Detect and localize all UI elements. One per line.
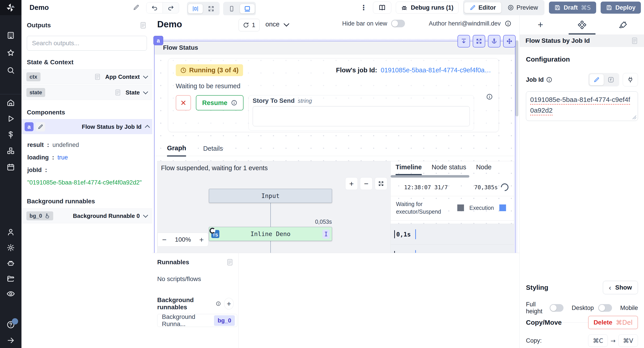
static-input-mode-icon[interactable] bbox=[590, 74, 604, 85]
zoom-in-icon[interactable]: + bbox=[199, 235, 204, 244]
audit-logs-icon[interactable] bbox=[0, 289, 22, 299]
canvas-app-title: Demo bbox=[157, 19, 182, 29]
mobile-view-button[interactable] bbox=[224, 4, 239, 14]
zoom-in-icon[interactable]: + bbox=[345, 177, 358, 190]
tab-graph[interactable]: Graph bbox=[167, 144, 186, 156]
timeline-row: 0,1s bbox=[391, 224, 514, 245]
favorites-icon[interactable] bbox=[0, 48, 22, 58]
centered-layout-button[interactable] bbox=[188, 4, 203, 14]
tab-preview[interactable]: Preview bbox=[502, 2, 544, 13]
connect-input-icon[interactable] bbox=[623, 73, 638, 86]
home-icon[interactable] bbox=[0, 98, 22, 107]
desktop-view-button[interactable] bbox=[240, 4, 255, 14]
collapse-rail-icon[interactable] bbox=[0, 335, 22, 345]
tab-node-status[interactable]: Node status bbox=[432, 163, 466, 175]
tab-timeline[interactable]: Timeline bbox=[396, 163, 422, 175]
preview-label: Preview bbox=[516, 4, 538, 11]
copy-label: Copy: bbox=[526, 337, 542, 344]
tab-insert-component[interactable]: + bbox=[520, 15, 561, 35]
timeline-tick bbox=[394, 230, 395, 238]
resources-icon[interactable] bbox=[0, 146, 22, 156]
anchor-icon[interactable] bbox=[488, 35, 500, 48]
state-row[interactable]: state State bbox=[22, 85, 152, 100]
users-icon[interactable] bbox=[0, 227, 22, 237]
selected-component-title: Flow Status by Job Id bbox=[526, 37, 590, 44]
redo-button[interactable] bbox=[163, 3, 179, 13]
canvas-scrollbar[interactable] bbox=[516, 40, 518, 116]
debug-runs-button[interactable]: Debug runs (1) bbox=[396, 2, 459, 14]
panel-doc-icon[interactable] bbox=[226, 258, 234, 266]
story-textarea[interactable] bbox=[253, 106, 470, 126]
info-icon[interactable] bbox=[486, 93, 493, 100]
search-icon[interactable] bbox=[0, 65, 22, 75]
workers-icon[interactable] bbox=[0, 258, 22, 268]
resume-button[interactable]: Resume bbox=[196, 95, 244, 110]
eval-input-mode-icon[interactable] bbox=[604, 74, 618, 85]
zoom-out-icon[interactable]: − bbox=[162, 235, 166, 244]
cancel-button[interactable] bbox=[176, 95, 191, 110]
draft-button[interactable]: Draft ⌘S bbox=[549, 2, 596, 14]
background-runnables-heading: Background runnables bbox=[27, 198, 147, 205]
help-icon[interactable] bbox=[0, 320, 22, 330]
ctx-row[interactable]: ctx App Context bbox=[22, 69, 152, 84]
info-icon[interactable] bbox=[505, 20, 512, 27]
tab-node-definition[interactable]: Node bbox=[476, 163, 492, 175]
hide-bar-toggle[interactable] bbox=[391, 20, 405, 27]
windmill-logo[interactable] bbox=[0, 0, 22, 15]
schedules-icon[interactable] bbox=[0, 162, 22, 172]
docs-button[interactable] bbox=[373, 2, 391, 14]
refresh-count-button[interactable]: 1 bbox=[238, 19, 260, 31]
search-outputs-input[interactable] bbox=[32, 39, 142, 47]
tab-component-settings[interactable] bbox=[561, 15, 603, 35]
desktop-toggle[interactable] bbox=[598, 304, 612, 312]
flow-graph-area[interactable]: Flow suspended, waiting for 1 events + −… bbox=[157, 161, 391, 253]
save-icon bbox=[554, 5, 560, 11]
edit-title-icon[interactable] bbox=[133, 4, 140, 11]
panel-doc-icon[interactable] bbox=[139, 22, 147, 29]
expand-icon[interactable] bbox=[473, 35, 485, 48]
runs-icon[interactable] bbox=[0, 114, 22, 124]
panel-doc-icon[interactable] bbox=[631, 37, 638, 45]
settings-icon[interactable] bbox=[0, 243, 22, 253]
selected-component-frame[interactable]: a Flow Status Running (3 of 4) Flo bbox=[154, 41, 516, 253]
fit-view-icon[interactable] bbox=[375, 177, 387, 190]
component-row-a[interactable]: a Flow Status by Job Id bbox=[22, 119, 152, 134]
background-runnable-row[interactable]: bg_0 Background Runnable 0 bbox=[22, 209, 152, 223]
undo-button[interactable] bbox=[146, 3, 163, 13]
schedule-select[interactable]: once bbox=[266, 21, 288, 28]
job-id-label: Job Id bbox=[526, 76, 544, 83]
job-id-input[interactable]: 0191085e-5baa-81ef-4774-c9ef4f0a92d2 bbox=[526, 91, 638, 121]
show-styling-button[interactable]: ‹ Show bbox=[603, 281, 638, 294]
flow-job-id-link[interactable]: 0191085e-5baa-81ef-4774-c9ef4f0a… bbox=[381, 67, 491, 74]
left-nav-rail bbox=[0, 0, 22, 348]
tab-editor[interactable]: Editor bbox=[464, 2, 501, 13]
background-runnable-item[interactable]: Background Runna... bg_0 bbox=[157, 314, 237, 327]
draft-shortcut: ⌘S bbox=[581, 4, 591, 11]
move-to-bottom-icon[interactable] bbox=[458, 35, 470, 48]
folders-icon[interactable] bbox=[0, 274, 22, 283]
runnables-title: Runnables bbox=[157, 259, 189, 266]
move-icon[interactable] bbox=[503, 35, 516, 48]
node-inline-deno[interactable]: TS Inline Deno I bbox=[209, 227, 332, 241]
chevron-left-icon: ‹ bbox=[609, 283, 611, 292]
node-input[interactable]: Input bbox=[209, 189, 332, 203]
full-height-toggle[interactable] bbox=[550, 304, 564, 312]
author-text: Author henri@windmill.dev bbox=[429, 20, 501, 27]
info-icon[interactable] bbox=[546, 77, 552, 83]
variables-icon[interactable] bbox=[0, 130, 22, 140]
info-icon[interactable] bbox=[216, 300, 221, 307]
rename-component-icon[interactable] bbox=[36, 122, 45, 131]
job-id-output-value: "0191085e-5baa-81ef-4774-c9ef4f0a92d2" bbox=[27, 176, 146, 189]
add-background-runnable-button[interactable]: + bbox=[224, 298, 234, 309]
tab-global-styling[interactable] bbox=[603, 15, 644, 35]
zoom-out-icon[interactable]: − bbox=[360, 177, 372, 190]
horizontal-scrollbar[interactable] bbox=[391, 175, 469, 178]
timeline-tick bbox=[394, 251, 395, 253]
full-width-button[interactable] bbox=[204, 4, 218, 14]
workspaces-icon[interactable] bbox=[0, 31, 22, 40]
resize-handle-icon[interactable] bbox=[632, 115, 636, 119]
tab-details[interactable]: Details bbox=[203, 145, 223, 156]
deploy-button[interactable]: Deploy bbox=[600, 2, 641, 14]
delete-button[interactable]: Delete ⌘Del bbox=[588, 316, 638, 329]
more-menu-icon[interactable]: ⋮ bbox=[359, 3, 368, 12]
